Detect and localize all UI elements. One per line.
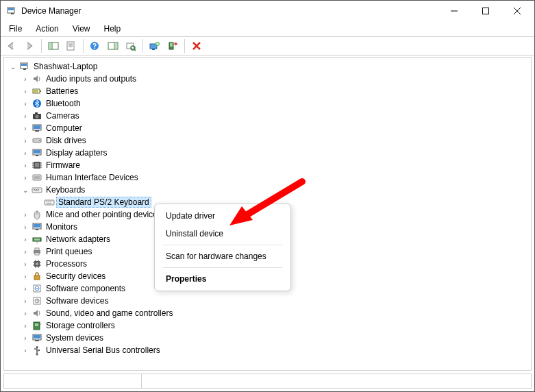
tree-node-label[interactable]: Security devices xyxy=(44,271,108,282)
expand-toggle[interactable]: › xyxy=(21,74,30,84)
svg-rect-74 xyxy=(34,238,40,241)
tree-node-label[interactable]: Batteries xyxy=(44,86,80,97)
tree-node-label[interactable]: Software components xyxy=(44,283,127,294)
maximize-button[interactable] xyxy=(470,1,501,21)
menu-view[interactable]: View xyxy=(69,23,95,35)
svg-rect-77 xyxy=(35,248,39,250)
expand-toggle[interactable]: › xyxy=(21,333,30,343)
show-hide-console-tree-button[interactable] xyxy=(45,38,62,53)
tree-node-label[interactable]: Bluetooth xyxy=(44,98,83,109)
tree-node-label[interactable]: Universal Serial Bus controllers xyxy=(44,345,162,356)
svg-rect-66 xyxy=(50,201,51,202)
tree-node-label[interactable]: Human Interface Devices xyxy=(44,172,140,183)
expand-toggle[interactable]: › xyxy=(21,222,30,232)
expand-toggle[interactable]: ⌄ xyxy=(21,185,30,195)
tree-node-label[interactable]: Storage controllers xyxy=(44,320,117,331)
delete-button[interactable] xyxy=(188,38,205,53)
context-menu-item[interactable]: Update driver xyxy=(156,207,289,225)
expand-toggle[interactable]: › xyxy=(21,210,30,219)
tree-node-label[interactable]: Disk drives xyxy=(44,135,88,146)
keyboard-icon xyxy=(43,197,55,208)
tree-node-label[interactable]: Network adapters xyxy=(44,234,112,245)
sound-icon xyxy=(31,308,43,319)
expand-toggle[interactable]: › xyxy=(21,160,30,170)
forward-button[interactable] xyxy=(21,38,38,53)
expand-toggle[interactable]: › xyxy=(21,284,30,293)
svg-rect-80 xyxy=(36,262,38,265)
expand-toggle[interactable]: › xyxy=(21,234,30,244)
tree-root-label[interactable]: Shashwat-Laptop xyxy=(32,61,99,72)
expand-toggle[interactable]: › xyxy=(21,247,30,256)
back-button[interactable] xyxy=(3,38,20,53)
svg-rect-31 xyxy=(21,64,27,66)
menu-action[interactable]: Action xyxy=(32,23,62,35)
svg-rect-4 xyxy=(483,8,489,14)
expand-toggle[interactable]: › xyxy=(21,271,30,281)
svg-rect-62 xyxy=(34,191,39,191)
svg-rect-1 xyxy=(11,13,14,14)
tree-node-label[interactable]: Computer xyxy=(44,123,84,134)
minimize-button[interactable] xyxy=(438,1,470,21)
tree-node-label[interactable]: Software devices xyxy=(44,295,110,306)
computer-icon xyxy=(31,123,43,134)
tree-node-label[interactable]: Cameras xyxy=(44,110,82,121)
tree-node-label[interactable]: Processors xyxy=(44,258,89,269)
context-menu-item[interactable]: Uninstall device xyxy=(156,225,289,243)
svg-line-21 xyxy=(134,49,136,51)
svg-rect-96 xyxy=(35,323,38,326)
expand-toggle[interactable]: › xyxy=(21,321,30,330)
properties-button[interactable] xyxy=(63,38,79,53)
svg-rect-30 xyxy=(23,69,26,70)
svg-rect-26 xyxy=(170,43,173,47)
svg-rect-63 xyxy=(45,200,54,205)
expand-toggle[interactable]: › xyxy=(21,345,30,355)
tree-node-label[interactable]: Display adapters xyxy=(44,147,109,158)
uninstall-device-button[interactable] xyxy=(164,38,181,53)
tree-leaf-label[interactable]: Standard PS/2 Keyboard xyxy=(56,197,151,208)
tree-node-label[interactable]: Audio inputs and outputs xyxy=(44,73,138,84)
firmware-icon xyxy=(31,160,43,171)
tree-node-label[interactable]: Firmware xyxy=(44,160,82,171)
context-menu-item[interactable]: Scan for hardware changes xyxy=(156,247,289,265)
expand-toggle[interactable]: › xyxy=(21,259,30,269)
tree-node-label[interactable]: Mice and other pointing devices xyxy=(44,209,164,220)
tree-node-label[interactable]: Keyboards xyxy=(44,184,87,195)
expand-toggle[interactable]: › xyxy=(21,308,30,318)
tree-node-label[interactable]: Monitors xyxy=(44,221,79,232)
tree-node-label[interactable]: Print queues xyxy=(44,246,94,257)
svg-point-101 xyxy=(36,354,38,356)
svg-rect-65 xyxy=(48,201,49,202)
expand-toggle[interactable]: ⌄ xyxy=(8,62,18,71)
expand-toggle[interactable]: › xyxy=(21,86,30,96)
scan-hardware-button[interactable] xyxy=(123,38,139,53)
menu-file[interactable]: File xyxy=(5,23,26,35)
expand-toggle[interactable]: › xyxy=(21,136,30,145)
battery-icon xyxy=(31,86,43,97)
action-pane-button[interactable] xyxy=(105,38,121,53)
expand-toggle[interactable]: › xyxy=(21,99,30,108)
titlebar: Device Manager xyxy=(1,1,534,21)
context-menu-item[interactable]: Properties xyxy=(156,270,289,288)
expand-toggle[interactable]: › xyxy=(21,173,30,182)
update-driver-button[interactable] xyxy=(147,38,163,53)
toolbar-separator xyxy=(83,39,84,53)
menu-help[interactable]: Help xyxy=(100,23,125,35)
svg-text:?: ? xyxy=(92,42,97,50)
toolbar-separator xyxy=(142,39,143,53)
system-icon xyxy=(31,332,43,343)
close-button[interactable] xyxy=(501,1,533,21)
expand-toggle[interactable]: › xyxy=(21,111,30,121)
svg-rect-48 xyxy=(35,163,39,167)
computer-icon xyxy=(18,61,31,72)
svg-point-102 xyxy=(34,348,36,350)
svg-point-43 xyxy=(39,140,40,141)
usb-icon xyxy=(31,345,43,356)
help-button[interactable]: ? xyxy=(87,38,103,53)
expand-toggle[interactable]: › xyxy=(21,148,30,158)
statusbar xyxy=(3,373,532,389)
svg-rect-46 xyxy=(36,155,38,156)
expand-toggle[interactable]: › xyxy=(21,296,30,306)
tree-node-label[interactable]: Sound, video and game controllers xyxy=(44,308,175,319)
tree-node-label[interactable]: System devices xyxy=(44,332,105,343)
expand-toggle[interactable]: › xyxy=(21,123,30,133)
